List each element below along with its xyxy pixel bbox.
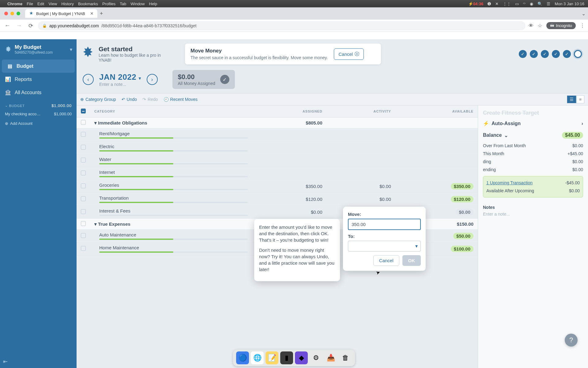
safari-status-icon[interactable]: ➊ (488, 2, 491, 6)
sidebar-item-budget[interactable]: ▤ Budget (2, 59, 75, 73)
back-button[interactable]: ← (3, 22, 12, 29)
auto-assign-button[interactable]: ⚡ Auto-Assign › (483, 121, 583, 126)
menu-bookmarks[interactable]: Bookmarks (78, 2, 98, 6)
sidebar-item-reports[interactable]: 📊 Reports (0, 73, 77, 86)
dock-app-icon[interactable]: ◆ (295, 351, 308, 364)
view-detailed-button[interactable]: ☰ (567, 95, 576, 103)
dock-settings-icon[interactable]: ⚙ (310, 351, 322, 364)
menu-edit[interactable]: Edit (37, 2, 44, 6)
to-be-assigned[interactable]: $0.00 All Money Assigned ✓ (172, 70, 235, 89)
sidebar-account[interactable]: My checking acco… $1,000.00 (0, 110, 77, 118)
available-balance-row[interactable]: Balance ⌄ $45.00 (483, 132, 583, 139)
dock-notes-icon[interactable]: 📝 (266, 351, 278, 364)
step-done-icon[interactable]: ✓ (519, 50, 527, 58)
collapse-sidebar-button[interactable]: ⇤ (0, 355, 77, 368)
dock-terminal-icon[interactable]: ▮ (280, 351, 293, 364)
category-row[interactable]: Transportation $120.00 $0.00 $120.00 (77, 193, 478, 206)
prev-month-button[interactable]: ‹ (83, 74, 94, 85)
add-account-button[interactable]: ⊕ Add Account (5, 121, 72, 126)
step-done-icon[interactable]: ✓ (563, 50, 571, 58)
tab-dropdown-icon[interactable]: ⌄ (582, 11, 586, 17)
upcoming-link[interactable]: 1 Upcoming Transaction (486, 180, 533, 185)
row-checkbox[interactable] (81, 158, 86, 163)
minimize-window-button[interactable] (10, 12, 14, 15)
chrome-menu-icon[interactable]: ⋮ (580, 23, 585, 29)
eye-off-icon[interactable]: 👁 (529, 23, 533, 29)
new-tab-button[interactable]: + (100, 10, 103, 17)
sidebar-item-accounts[interactable]: 🏦 All Accounts (0, 86, 77, 99)
select-all-checkbox[interactable] (81, 109, 86, 113)
add-category-group-button[interactable]: ⊕ Category Group (80, 97, 116, 102)
category-row[interactable]: Water (77, 154, 478, 167)
wifi-icon[interactable]: ⌔ (523, 2, 526, 6)
category-row[interactable]: Groceries $350.00 $0.00 $350.00 (77, 180, 478, 193)
menu-help[interactable]: Help (149, 2, 157, 6)
row-checkbox[interactable] (81, 246, 86, 251)
budget-switcher[interactable]: My Budget 5d485270@uifeed.com ▾ (0, 39, 77, 58)
bookmark-star-icon[interactable]: ☆ (538, 23, 542, 29)
control-icon[interactable]: ☰ (547, 2, 550, 6)
month-label[interactable]: JAN 2022 ▾ (99, 72, 141, 82)
menu-profiles[interactable]: Profiles (102, 2, 115, 6)
menubar-app-name[interactable]: Chrome (7, 2, 22, 6)
step-done-icon[interactable]: ✓ (530, 50, 538, 58)
undo-button[interactable]: ↶ Undo (122, 97, 137, 102)
close-window-button[interactable] (4, 12, 8, 15)
move-cancel-button[interactable]: Cancel (373, 255, 399, 266)
menu-tab[interactable]: Tab (120, 2, 126, 6)
maximize-window-button[interactable] (17, 12, 20, 15)
control-center-icon[interactable]: ◉ (530, 2, 533, 6)
move-to-select[interactable] (348, 241, 421, 251)
category-group-row[interactable]: ▾Immediate Obligations $805.00 (77, 117, 478, 128)
dock-trash-icon[interactable]: 🗑 (339, 351, 352, 364)
incognito-badge[interactable]: 🕶 Incognito (546, 22, 576, 29)
category-row[interactable]: Internet (77, 167, 478, 180)
row-checkbox[interactable] (81, 171, 86, 175)
url-input[interactable]: 🔒 app.youneedabudget.com/88d9501d-fd6b-4… (38, 21, 526, 30)
available-pill[interactable]: $120.00 (451, 196, 473, 202)
row-checkbox[interactable] (81, 132, 86, 137)
month-note-input[interactable]: Enter a note... (99, 82, 141, 87)
row-checkbox[interactable] (81, 233, 86, 238)
category-row[interactable]: Rent/Mortgage (77, 128, 478, 141)
recent-moves-button[interactable]: 🕘 Recent Moves (164, 97, 198, 102)
reload-button[interactable]: ⟳ (26, 22, 35, 29)
category-row[interactable]: Electric (77, 141, 478, 154)
menubar-clock[interactable]: Mon 3 Jan 10:16 (555, 2, 584, 6)
status-icon[interactable]: ✕ (495, 2, 499, 6)
status-icon[interactable]: ⋮⋮ (503, 2, 511, 6)
next-month-button[interactable]: › (147, 74, 158, 85)
spotlight-icon[interactable]: 🔍 (537, 2, 542, 6)
step-done-icon[interactable]: ✓ (541, 50, 549, 58)
move-amount-input[interactable] (348, 219, 421, 230)
notes-input[interactable]: Enter a note... (483, 212, 583, 217)
step-done-icon[interactable]: ✓ (552, 50, 560, 58)
dock-finder-icon[interactable]: 🔵 (236, 351, 249, 364)
row-checkbox[interactable] (81, 196, 86, 201)
battery-status-icon[interactable]: ▭ (515, 2, 519, 6)
row-checkbox[interactable] (81, 183, 86, 188)
help-button[interactable]: ? (565, 334, 578, 347)
move-ok-button[interactable]: OK (402, 255, 421, 266)
dock-downloads-icon[interactable]: 📥 (324, 351, 337, 364)
row-checkbox[interactable] (81, 145, 86, 150)
browser-tab[interactable]: Budget | My Budget | YNAB ✕ (25, 9, 97, 18)
row-checkbox[interactable] (81, 209, 86, 214)
available-pill[interactable]: $100.00 (451, 246, 473, 252)
available-pill[interactable]: $350.00 (451, 183, 473, 190)
menu-history[interactable]: History (61, 2, 74, 6)
move-money-cancel-button[interactable]: Cancel ⓧ (334, 48, 364, 60)
battery-icon[interactable]: ⚡04:36 (468, 2, 483, 6)
menu-file[interactable]: File (27, 2, 33, 6)
available-pill[interactable]: $50.00 (453, 233, 473, 239)
step-current-icon[interactable] (574, 50, 582, 58)
view-compact-button[interactable]: ≡ (576, 95, 584, 103)
group-checkbox[interactable] (81, 120, 86, 125)
menu-window[interactable]: Window (130, 2, 145, 6)
sidebar-section-budget[interactable]: ⌄ BUDGET $1,000.00 (0, 99, 77, 110)
close-tab-icon[interactable]: ✕ (90, 11, 94, 16)
dock-chrome-icon[interactable]: 🌐 (251, 351, 264, 364)
group-checkbox[interactable] (81, 221, 86, 226)
menu-view[interactable]: View (48, 2, 57, 6)
available-pill[interactable]: $0.00 (456, 209, 473, 215)
